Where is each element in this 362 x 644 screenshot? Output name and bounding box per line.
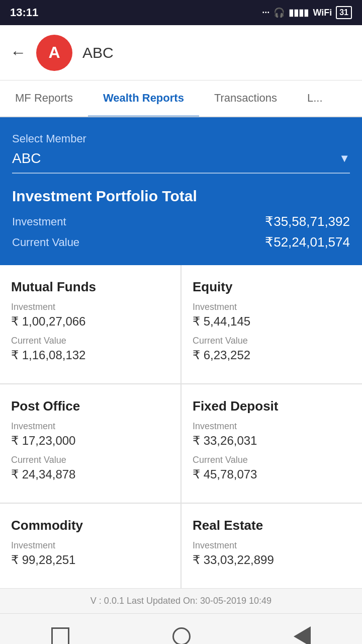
card-commodity-title: Commodity [11,518,169,533]
card-real-estate-title: Real Estate [193,518,351,533]
signal-bars-icon: ▮▮▮▮ [289,7,309,18]
card-mutual-funds[interactable]: Mutual Funds Investment ₹ 1,00,27,066 Cu… [0,265,180,383]
card-mutual-funds-investment-label: Investment [11,302,169,312]
card-equity-current-value: ₹ 6,23,252 [193,348,351,362]
card-commodity-investment-label: Investment [11,540,169,551]
blue-section: Select Member ABC ▼ Investment Portfolio… [0,117,362,265]
card-equity-title: Equity [193,279,351,295]
card-mutual-funds-current-value: ₹ 1,16,08,132 [11,348,169,362]
select-member-label: Select Member [12,132,350,145]
nav-bar [0,613,362,644]
nav-square-button[interactable] [51,627,69,645]
member-dropdown[interactable]: ABC ▼ [12,150,350,174]
card-fixed-deposit-current-value: ₹ 45,78,073 [193,467,351,481]
card-real-estate[interactable]: Real Estate Investment ₹ 33,03,22,899 [182,504,362,588]
card-real-estate-investment-label: Investment [193,540,351,551]
card-post-office-current-label: Current Value [11,455,169,465]
card-post-office-current-value: ₹ 24,34,878 [11,467,169,481]
user-name: ABC [82,44,114,61]
investment-label: Investment [12,215,66,228]
dropdown-arrow-icon: ▼ [339,152,350,165]
card-mutual-funds-title: Mutual Funds [11,279,169,295]
tab-wealth-reports[interactable]: Wealth Reports [88,80,199,117]
tab-more[interactable]: L... [292,80,338,117]
card-post-office-investment-label: Investment [11,421,169,432]
card-fixed-deposit-investment-value: ₹ 33,26,031 [193,434,351,448]
current-value-label: Current Value [12,236,79,249]
card-post-office[interactable]: Post Office Investment ₹ 17,23,000 Curre… [0,384,180,503]
tab-bar: MF Reports Wealth Reports Transactions L… [0,80,362,117]
card-fixed-deposit-title: Fixed Deposit [193,398,351,414]
header: ← A ABC [0,25,362,80]
card-commodity[interactable]: Commodity Investment ₹ 99,28,251 [0,504,180,588]
time: 13:11 [10,6,38,19]
avatar: A [36,35,72,71]
card-post-office-title: Post Office [11,398,169,414]
nav-back-button[interactable] [294,626,311,645]
card-equity-investment-value: ₹ 5,44,145 [193,314,351,329]
tab-transactions[interactable]: Transactions [199,80,292,117]
portfolio-title: Investment Portfolio Total [12,188,350,205]
selected-member: ABC [12,150,41,167]
back-button[interactable]: ← [10,43,26,62]
card-fixed-deposit-investment-label: Investment [193,421,351,432]
card-mutual-funds-current-label: Current Value [11,336,169,346]
card-post-office-investment-value: ₹ 17,23,000 [11,434,169,448]
card-fixed-deposit[interactable]: Fixed Deposit Investment ₹ 33,26,031 Cur… [182,384,362,503]
card-real-estate-investment-value: ₹ 33,03,22,899 [193,553,351,567]
card-equity[interactable]: Equity Investment ₹ 5,44,145 Current Val… [182,265,362,383]
current-value: ₹52,24,01,574 [265,234,350,250]
footer-version: V : 0.0.1 Last Updated On: 30-05-2019 10… [0,588,362,613]
headphone-icon: 🎧 [274,7,285,18]
status-bar: 13:11 ··· 🎧 ▮▮▮▮ WiFi 31 [0,0,362,25]
portfolio-investment-row: Investment ₹35,58,71,392 [12,214,350,229]
battery-indicator: 31 [336,6,352,19]
wifi-icon: WiFi [313,8,332,18]
card-fixed-deposit-current-label: Current Value [193,455,351,465]
signal-dots-icon: ··· [262,8,269,18]
investment-value: ₹35,58,71,392 [265,214,350,229]
status-icons: ··· 🎧 ▮▮▮▮ WiFi 31 [262,6,352,19]
card-commodity-investment-value: ₹ 99,28,251 [11,553,169,567]
nav-home-button[interactable] [172,627,191,645]
card-equity-investment-label: Investment [193,302,351,312]
card-mutual-funds-investment-value: ₹ 1,00,27,066 [11,314,169,329]
portfolio-current-row: Current Value ₹52,24,01,574 [12,234,350,250]
tab-mf-reports[interactable]: MF Reports [0,80,88,117]
card-equity-current-label: Current Value [193,336,351,346]
cards-grid: Mutual Funds Investment ₹ 1,00,27,066 Cu… [0,265,362,588]
